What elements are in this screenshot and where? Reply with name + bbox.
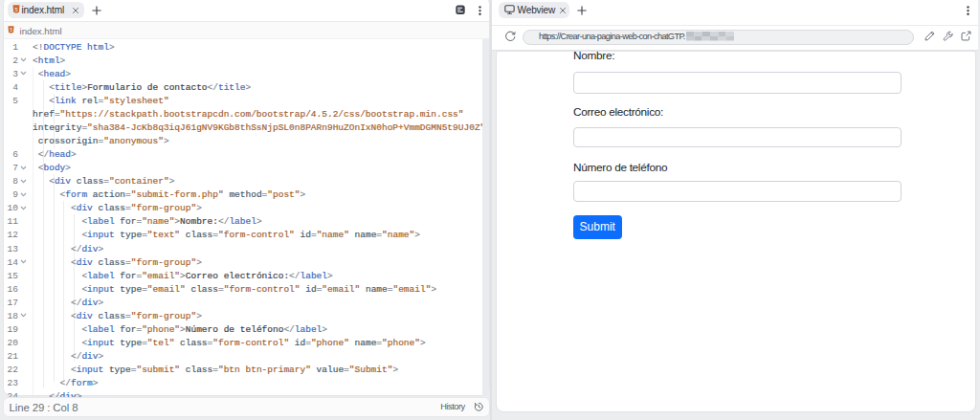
svg-text:5: 5 <box>10 28 12 33</box>
svg-text:5: 5 <box>14 7 17 12</box>
